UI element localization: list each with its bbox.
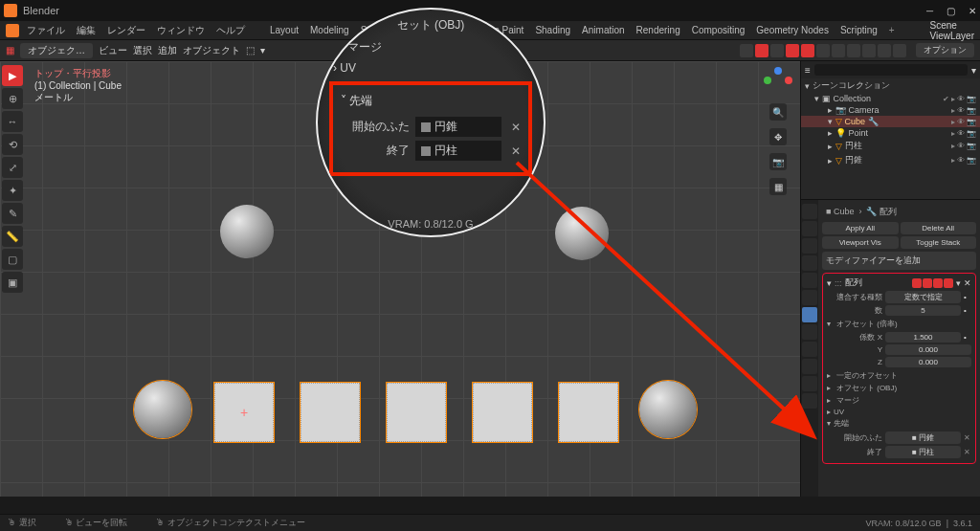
zoom-gizmo[interactable]: 🔍 bbox=[769, 103, 787, 121]
header-btn[interactable] bbox=[740, 44, 753, 57]
menu-window[interactable]: ウィンドウ bbox=[153, 24, 209, 37]
header-btn[interactable] bbox=[832, 44, 845, 57]
menu-add[interactable]: 追加 bbox=[158, 44, 177, 57]
camera-gizmo[interactable]: 📷 bbox=[769, 153, 787, 170]
end-cap-field[interactable]: ■ 円柱 bbox=[885, 446, 961, 458]
array-cube-1[interactable]: + bbox=[214, 383, 274, 442]
menu-object[interactable]: オブジェクト bbox=[183, 44, 240, 57]
scene-field[interactable]: Scene bbox=[929, 20, 974, 31]
viewport-vis-button[interactable]: Viewport Vis bbox=[822, 236, 899, 249]
workspace-tab[interactable]: Geometry Nodes bbox=[752, 25, 833, 35]
end-cap-object[interactable] bbox=[639, 381, 697, 438]
array-cube-4[interactable] bbox=[473, 383, 532, 442]
add-modifier-button[interactable]: モディファイアーを追加 bbox=[822, 252, 976, 270]
menu-select[interactable]: 選択 bbox=[133, 44, 152, 57]
start-cap-object[interactable] bbox=[134, 381, 191, 438]
modifier-name[interactable]: 配列 bbox=[845, 277, 862, 289]
prop-tab-data[interactable] bbox=[802, 376, 817, 391]
prop-tab-physics[interactable] bbox=[802, 342, 817, 357]
workspace-tab-layout[interactable]: Layout bbox=[266, 25, 302, 35]
header-btn[interactable] bbox=[801, 44, 814, 57]
apply-all-button[interactable]: Apply All bbox=[822, 222, 899, 234]
pivot-icon[interactable]: ▾ bbox=[260, 45, 265, 55]
toggle-stack-button[interactable]: Toggle Stack bbox=[901, 236, 977, 249]
viewlayer-field[interactable]: ViewLayer bbox=[929, 31, 974, 41]
prop-tab-output[interactable] bbox=[802, 221, 817, 236]
delete-all-button[interactable]: Delete All bbox=[901, 222, 977, 234]
outliner-collection[interactable]: ▾ ▣Collection✔▸👁📷 bbox=[801, 93, 980, 104]
cone-cap-top[interactable] bbox=[220, 205, 274, 258]
clear-icon[interactable]: ✕ bbox=[507, 121, 524, 134]
workspace-tab[interactable]: Scripting bbox=[836, 25, 881, 35]
menu-view[interactable]: ビュー bbox=[99, 44, 127, 57]
clear-icon[interactable]: ✕ bbox=[964, 433, 971, 442]
prop-tab-constraint[interactable] bbox=[802, 359, 817, 374]
outliner-item-cube[interactable]: ▾ ▽Cube🔧▸👁📷 bbox=[801, 116, 980, 127]
add-workspace-button[interactable]: + bbox=[885, 25, 899, 35]
factor-z-field[interactable]: 0.000 bbox=[885, 357, 971, 367]
header-btn[interactable] bbox=[816, 44, 830, 57]
maximize-button[interactable]: ▢ bbox=[947, 6, 955, 16]
workspace-tab[interactable]: Rendering bbox=[633, 25, 684, 35]
menu-help[interactable]: ヘルプ bbox=[212, 24, 249, 37]
prop-tab-particle[interactable] bbox=[802, 324, 817, 340]
cylinder-cap-top[interactable] bbox=[555, 207, 609, 260]
header-btn[interactable] bbox=[786, 44, 799, 57]
outliner-item-cone[interactable]: ▸ ▽円錐▸👁📷 bbox=[801, 153, 980, 167]
menu-render[interactable]: レンダー bbox=[103, 24, 149, 37]
workspace-tab[interactable]: Animation bbox=[578, 25, 628, 35]
menu-edit[interactable]: 編集 bbox=[73, 24, 100, 37]
array-cube-2[interactable] bbox=[301, 383, 360, 442]
prop-tab-object[interactable] bbox=[802, 290, 817, 305]
tool-measure[interactable]: 📏 bbox=[2, 226, 23, 247]
array-cube-5[interactable] bbox=[559, 383, 618, 442]
prop-tab-modifier[interactable] bbox=[802, 307, 817, 322]
header-btn[interactable] bbox=[893, 44, 906, 57]
outliner-type-icon[interactable]: ≡ bbox=[805, 65, 811, 76]
tool-add-cube[interactable]: ▢ bbox=[2, 249, 23, 270]
clear-icon[interactable]: ✕ bbox=[964, 448, 971, 456]
filter-icon[interactable]: ▾ bbox=[971, 65, 976, 76]
prop-tab-render[interactable] bbox=[802, 204, 817, 219]
axis-gizmo[interactable] bbox=[764, 67, 792, 96]
menu-file[interactable]: ファイル bbox=[23, 24, 69, 37]
move-gizmo[interactable]: ✥ bbox=[769, 128, 787, 145]
workspace-tab[interactable]: Compositing bbox=[688, 25, 749, 35]
outliner-search[interactable] bbox=[814, 64, 968, 76]
callout-start-cap-field[interactable]: 円錐 bbox=[415, 117, 501, 137]
outliner-item-camera[interactable]: ▸ 📷Camera▸👁📷 bbox=[801, 104, 980, 116]
tool-add[interactable]: ▣ bbox=[2, 272, 23, 293]
fit-type-field[interactable]: 定数で指定 bbox=[885, 291, 961, 303]
minimize-button[interactable]: ─ bbox=[926, 6, 933, 16]
tool-tweak[interactable]: ▶ bbox=[2, 65, 23, 86]
header-btn[interactable] bbox=[770, 44, 784, 57]
orientation-icon[interactable]: ⬚ bbox=[246, 45, 255, 55]
callout-end-cap-field[interactable]: 円柱 bbox=[415, 141, 501, 161]
options-button[interactable]: オプション bbox=[916, 43, 974, 57]
modifier-toggles[interactable] bbox=[912, 278, 953, 288]
persp-gizmo[interactable]: ▦ bbox=[769, 178, 787, 195]
factor-y-field[interactable]: 0.000 bbox=[885, 344, 971, 355]
tool-scale[interactable]: ⤢ bbox=[2, 157, 23, 178]
tool-rotate[interactable]: ⟲ bbox=[2, 134, 23, 155]
mode-select[interactable]: オブジェク… bbox=[20, 43, 93, 58]
collapse-icon[interactable]: ▾ bbox=[827, 278, 832, 288]
tool-move[interactable]: ↔ bbox=[2, 111, 23, 132]
tool-cursor[interactable]: ⊕ bbox=[2, 88, 23, 109]
modifier-menu-icon[interactable]: ▾ bbox=[956, 278, 961, 288]
header-btn[interactable] bbox=[878, 44, 891, 57]
outliner-root[interactable]: ▾シーンコレクション bbox=[801, 78, 980, 93]
start-cap-field[interactable]: ■ 円錐 bbox=[885, 431, 961, 444]
header-btn[interactable] bbox=[847, 44, 860, 57]
prop-tab-viewlayer[interactable] bbox=[802, 238, 817, 254]
modifier-remove-icon[interactable]: ✕ bbox=[964, 278, 971, 288]
header-btn[interactable] bbox=[862, 44, 876, 57]
blender-logo-icon[interactable] bbox=[6, 24, 19, 37]
workspace-tab[interactable]: Modeling bbox=[306, 25, 353, 35]
tool-annotate[interactable]: ✎ bbox=[2, 203, 23, 224]
prop-tab-world[interactable] bbox=[802, 273, 817, 288]
count-field[interactable]: 5 bbox=[885, 305, 961, 316]
prop-tab-material[interactable] bbox=[802, 393, 817, 409]
header-btn[interactable] bbox=[755, 44, 768, 57]
outliner-item-cylinder[interactable]: ▸ ▽円柱▸👁📷 bbox=[801, 139, 980, 153]
